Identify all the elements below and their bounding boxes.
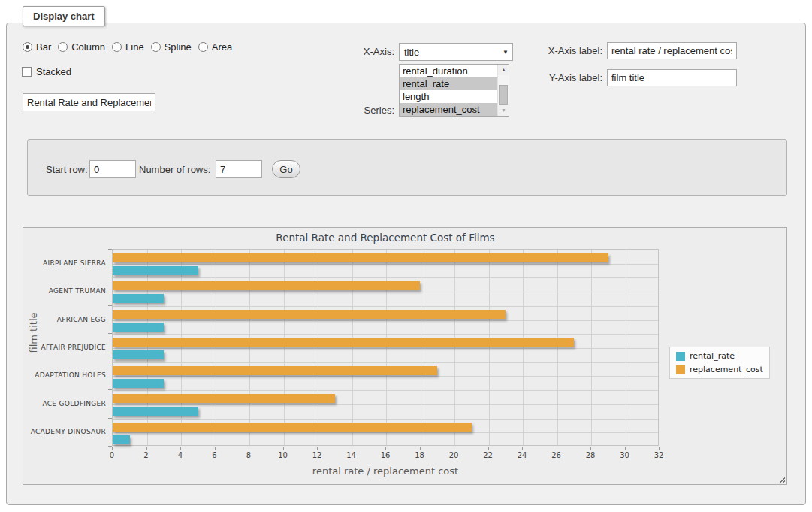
radio-icon[interactable]	[198, 42, 208, 52]
chart-type-radio-group: BarColumnLineSplineArea	[23, 41, 232, 53]
legend-label: rental_rate	[690, 351, 735, 361]
legend-swatch-icon	[676, 352, 685, 361]
x-axis-tick-label: 2	[135, 451, 158, 459]
category-label: AFRICAN EGG	[25, 316, 106, 323]
x-axis-tick-label: 32	[647, 451, 670, 459]
gridline-horizontal	[113, 390, 658, 391]
y-axis-label-label: Y-Axis label:	[535, 72, 602, 83]
gridline-vertical	[557, 250, 558, 445]
x-axis-tick	[180, 447, 181, 450]
y-axis-label-input[interactable]	[607, 69, 737, 86]
radio-icon[interactable]	[58, 42, 68, 52]
radio-label: Line	[125, 41, 144, 53]
series-scrollbar[interactable]: ▲ ▼	[497, 65, 509, 116]
chart-type-radio-area[interactable]: Area	[198, 41, 232, 53]
gridline-vertical	[386, 250, 387, 445]
gridline-vertical	[249, 250, 250, 445]
x-axis-tick	[249, 447, 249, 450]
scrollbar-thumb[interactable]	[499, 85, 508, 105]
go-button[interactable]: Go	[272, 160, 300, 178]
x-axis-tick	[659, 447, 660, 450]
bar-rental_rate-adaptation-holes	[113, 379, 164, 388]
x-axis-tick-label: 18	[409, 451, 431, 459]
radio-label: Spline	[165, 41, 192, 53]
series-option-length[interactable]: length	[400, 90, 497, 103]
gridline-horizontal	[113, 264, 658, 265]
gridline-vertical	[454, 250, 455, 445]
x-axis-label-input[interactable]	[607, 42, 737, 59]
y-axis-tick	[108, 249, 112, 250]
gridline-vertical	[352, 250, 353, 445]
x-axis-select-label: X-Axis:	[346, 46, 394, 57]
x-axis-select[interactable]: title ▼	[399, 43, 513, 61]
legend-item-rental_rate: rental_rate	[676, 351, 763, 361]
scroll-up-icon[interactable]: ▲	[498, 65, 509, 75]
x-axis-tick	[454, 447, 454, 450]
chart-type-radio-column[interactable]: Column	[58, 41, 105, 53]
x-axis-tick-label: 24	[511, 451, 533, 459]
x-axis-tick-label: 6	[204, 451, 226, 459]
y-axis-tick	[108, 362, 112, 362]
x-axis-tick	[352, 447, 352, 450]
chart-plot-area	[112, 249, 659, 446]
radio-label: Column	[71, 41, 105, 53]
x-axis-tick-label: 8	[237, 451, 260, 459]
series-option-rental_duration[interactable]: rental_duration	[400, 65, 497, 77]
gridline-horizontal	[113, 320, 658, 321]
category-label: ACE GOLDFINGER	[25, 400, 106, 407]
y-axis-tick	[108, 305, 112, 306]
chart-type-radio-line[interactable]: Line	[112, 41, 144, 53]
category-label: AIRPLANE SIERRA	[25, 259, 106, 267]
number-of-rows-input[interactable]	[216, 160, 262, 178]
x-axis-tick	[522, 447, 523, 450]
stacked-option[interactable]: Stacked	[22, 66, 71, 77]
bar-replacement_cost-african-egg	[113, 310, 506, 319]
x-axis-tick-label: 22	[477, 451, 500, 459]
gridline-vertical	[284, 250, 285, 445]
category-label: ACADEMY DINOSAUR	[25, 428, 106, 435]
radio-label: Bar	[36, 41, 51, 53]
bar-rental_rate-affair-prejudice	[113, 350, 164, 359]
series-options: rental_durationrental_ratelengthreplacem…	[400, 65, 497, 116]
chart-type-radio-spline[interactable]: Spline	[151, 41, 192, 53]
gridline-horizontal	[113, 432, 658, 433]
x-axis-tick	[488, 447, 489, 450]
x-axis-tick	[283, 447, 284, 450]
stacked-checkbox[interactable]	[22, 67, 32, 77]
series-option-rental_rate[interactable]: rental_rate	[400, 77, 497, 90]
gridline-horizontal	[113, 404, 658, 405]
radio-label: Area	[212, 41, 232, 53]
series-list-label: Series:	[346, 105, 394, 116]
radio-icon[interactable]	[112, 42, 122, 52]
x-axis-tick	[215, 447, 216, 450]
radio-icon[interactable]	[151, 42, 161, 52]
gridline-horizontal	[113, 306, 658, 307]
x-axis-tick-label: 30	[614, 451, 636, 459]
series-multiselect[interactable]: rental_durationrental_ratelengthreplacem…	[399, 64, 509, 117]
bar-rental_rate-agent-truman	[113, 294, 164, 303]
x-axis-tick-label: 10	[272, 451, 294, 459]
x-axis-tick-label: 12	[306, 451, 328, 459]
y-axis-tick	[108, 277, 112, 277]
x-axis-tick-label: 4	[169, 451, 192, 459]
gridline-vertical	[318, 250, 318, 445]
chart-title-input[interactable]	[23, 93, 155, 111]
x-axis-tick	[317, 447, 318, 450]
scroll-down-icon[interactable]: ▼	[498, 105, 509, 116]
x-axis-tick	[146, 447, 147, 450]
gridline-vertical	[591, 250, 592, 445]
series-option-replacement_cost[interactable]: replacement_cost	[400, 103, 497, 116]
chart-container: Rental Rate and Replacement Cost of Film…	[23, 227, 787, 485]
bar-rental_rate-african-egg	[113, 323, 164, 332]
y-axis-tick	[108, 333, 112, 334]
resize-grip-icon[interactable]	[777, 475, 785, 483]
radio-icon[interactable]	[23, 42, 32, 52]
x-axis-tick	[557, 447, 557, 450]
chart-type-radio-bar[interactable]: Bar	[23, 41, 51, 53]
x-axis-tick-label: 0	[101, 451, 123, 459]
stacked-label: Stacked	[36, 66, 71, 77]
x-axis-label-label: X-Axis label:	[535, 45, 602, 56]
chart-legend: rental_ratereplacement_cost	[669, 347, 770, 379]
number-of-rows-label: Number of rows:	[139, 164, 210, 175]
start-row-input[interactable]	[89, 160, 136, 178]
